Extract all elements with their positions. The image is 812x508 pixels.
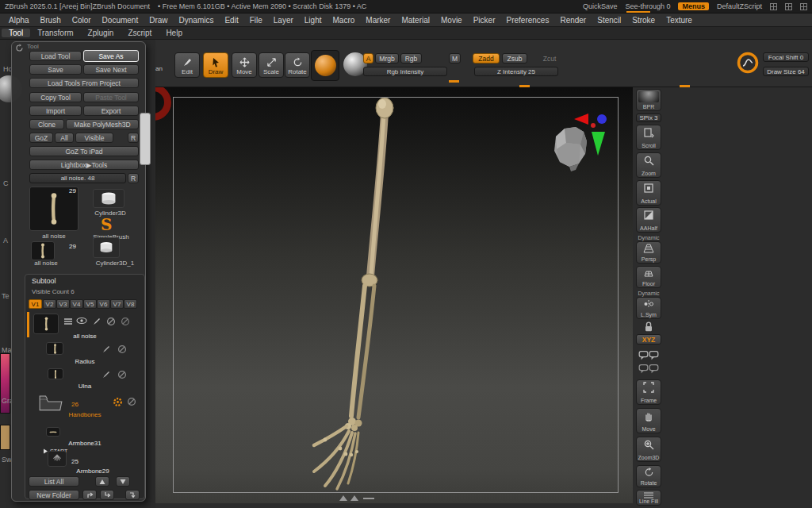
menu-zplugin[interactable]: Zplugin (81, 29, 121, 37)
subtool-row[interactable] (46, 342, 63, 355)
paste-tool-button[interactable]: Paste Tool (83, 92, 139, 102)
subtool-up-button[interactable] (95, 476, 109, 487)
no-draw-icon[interactable] (117, 370, 127, 379)
active-tool-r-button[interactable]: R (128, 173, 139, 183)
slider-tick[interactable] (680, 85, 690, 87)
subtool-tab-v8[interactable]: V8 (124, 299, 137, 309)
chat-bubble-icon[interactable] (638, 350, 659, 362)
slider-tick[interactable] (519, 85, 530, 87)
goz-r-button[interactable]: R (128, 133, 139, 143)
copy-tool-button[interactable]: Copy Tool (29, 92, 82, 102)
alpha-channel-button[interactable]: A (363, 53, 373, 64)
brush-icon[interactable] (92, 317, 102, 326)
save-as-button[interactable]: Save As (83, 50, 139, 62)
menu-document[interactable]: Document (97, 16, 144, 25)
menu-color[interactable]: Color (67, 16, 97, 25)
menus-button[interactable]: Menus (678, 2, 709, 10)
gradient-swatch[interactable] (0, 425, 10, 450)
load-tool-button[interactable]: Load Tool (29, 51, 82, 61)
stroke-type-icon[interactable] (736, 51, 760, 75)
subtool-down-button[interactable] (116, 476, 130, 487)
zoom-button[interactable]: Zoom (636, 152, 661, 178)
zoom3d-button[interactable]: Zoom3D (636, 437, 661, 462)
import-button[interactable]: Import (29, 106, 82, 116)
menu-tool[interactable]: Tool (2, 29, 30, 37)
menu-alpha[interactable]: Alpha (3, 16, 35, 25)
menu-stroke[interactable]: Stroke (626, 16, 661, 25)
goz-to-ipad-button[interactable]: GoZ To iPad (29, 146, 139, 156)
aahalf-button[interactable]: AAHalf (636, 207, 661, 233)
scale-mode-button[interactable]: Scale (259, 52, 284, 78)
rgb-button[interactable]: Rgb (400, 53, 422, 64)
zadd-button[interactable]: Zadd (473, 53, 500, 64)
layout-grid-icon[interactable] (770, 3, 777, 10)
list-icon[interactable] (63, 318, 73, 325)
export-button[interactable]: Export (83, 106, 139, 116)
subtool-tab-v5[interactable]: V5 (83, 299, 97, 309)
subtool-tab-v7[interactable]: V7 (110, 299, 124, 309)
subtool-row[interactable] (48, 451, 67, 467)
subtool-tab-v6[interactable]: V6 (97, 299, 110, 309)
z-intensity-slider[interactable]: Z Intensity 25 (474, 67, 558, 76)
lock-icon[interactable] (642, 321, 655, 333)
see-through-slider[interactable]: See-through 0 (625, 2, 670, 10)
layout-grid-icon[interactable] (785, 3, 792, 10)
persp-button[interactable]: Persp (636, 241, 661, 264)
no-draw-icon[interactable] (117, 344, 127, 354)
menu-zscript[interactable]: Zscript (121, 29, 159, 37)
list-all-button[interactable]: List All (29, 476, 79, 487)
no-draw-icon[interactable] (106, 317, 116, 326)
frame-button[interactable]: Frame (636, 379, 661, 405)
mrgb-button[interactable]: Mrgb (375, 53, 399, 64)
save-button[interactable]: Save (29, 64, 82, 75)
menu-movie[interactable]: Movie (435, 16, 468, 25)
move-canvas-button[interactable]: Move (636, 408, 661, 433)
menu-draw[interactable]: Draw (144, 16, 173, 25)
active-tool-slider[interactable]: all noise. 48 (29, 173, 126, 183)
save-next-button[interactable]: Save Next (83, 64, 139, 75)
rotate-canvas-button[interactable]: Rotate (636, 465, 661, 487)
rgb-intensity-slider[interactable]: Rgb Intensity (363, 67, 447, 76)
menu-file[interactable]: File (244, 16, 268, 25)
load-tools-from-project-button[interactable]: Load Tools From Project (29, 78, 139, 88)
simplebrush-logo-icon[interactable]: S (101, 215, 112, 234)
menu-layer[interactable]: Layer (268, 16, 299, 25)
move-to-folder-up-button[interactable] (82, 490, 97, 500)
no-draw-icon[interactable] (127, 397, 136, 406)
extract-from-folder-button[interactable] (125, 490, 140, 500)
palette-restore-icon[interactable] (15, 44, 24, 52)
menu-help[interactable]: Help (159, 29, 190, 37)
gear-icon[interactable] (113, 397, 123, 407)
menu-edit[interactable]: Edit (219, 16, 243, 25)
subtool-tab-v4[interactable]: V4 (70, 299, 83, 309)
menu-brush[interactable]: Brush (35, 16, 67, 25)
eye-icon[interactable] (76, 317, 87, 325)
xyz-symmetry-button[interactable]: XYZ (636, 334, 661, 344)
palette-scrollbar[interactable] (140, 113, 151, 165)
zsub-button[interactable]: Zsub (502, 53, 527, 64)
spix-slider[interactable]: SPix 3 (636, 114, 661, 122)
slider-tick[interactable] (449, 80, 459, 83)
menu-macro[interactable]: Macro (327, 16, 361, 25)
tool-thumb-cylinder3d[interactable] (93, 189, 124, 208)
move-to-folder-down-button[interactable] (100, 490, 114, 500)
menu-picker[interactable]: Picker (468, 16, 501, 25)
menu-marker[interactable]: Marker (360, 16, 396, 25)
local-symmetry-button[interactable]: L.Sym (636, 297, 661, 319)
new-folder-button[interactable]: New Folder (29, 490, 79, 500)
line-fill-button[interactable]: Line Fill (636, 490, 661, 506)
menu-material[interactable]: Material (396, 16, 435, 25)
quicksave-button[interactable]: QuickSave (583, 2, 618, 10)
menu-stencil[interactable]: Stencil (592, 16, 626, 25)
draw-size-slider[interactable]: Draw Size 64 (763, 67, 809, 76)
edit-mode-button[interactable]: Edit (174, 52, 200, 78)
material-preview-well[interactable] (311, 50, 339, 81)
menu-render[interactable]: Render (554, 16, 592, 25)
make-polymesh3d-button[interactable]: Make PolyMesh3D (66, 119, 139, 129)
bpr-render-button[interactable]: BPR (636, 89, 661, 111)
subtool-tab-v3[interactable]: V3 (56, 299, 70, 309)
chat-bubble-icon[interactable] (638, 364, 659, 375)
zcut-button[interactable]: Zcut (538, 53, 561, 64)
subtool-row[interactable] (48, 368, 63, 379)
canvas-viewport[interactable] (155, 87, 633, 503)
